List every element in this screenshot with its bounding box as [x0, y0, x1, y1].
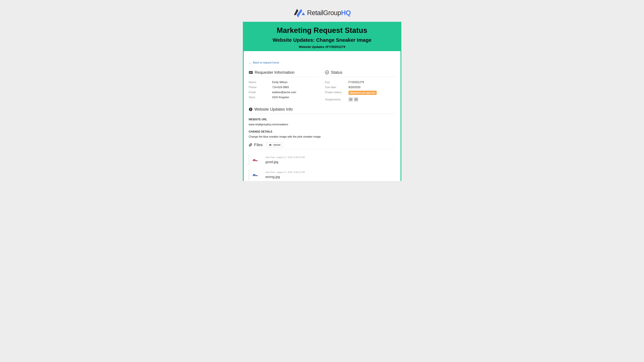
phone-value: 714-619-3993 — [272, 86, 289, 89]
pink-sneaker-thumbnail[interactable] — [252, 157, 258, 163]
file-text-wrong: John Doe - August 17, 2020, 8:26:47 PM w… — [266, 171, 305, 179]
assignments-label: Assignments: — [325, 98, 348, 101]
banner: Marketing Request Status Website Updates… — [243, 22, 401, 51]
key-value: FY20201279 — [348, 81, 364, 84]
files-heading: Files Upload — [249, 142, 396, 149]
file-name-wrong[interactable]: wrong.jpg — [266, 175, 305, 179]
logo-mark-icon — [293, 7, 306, 18]
name-value: Emily Wilson — [272, 81, 288, 84]
top-columns: Requester Information Name: Emily Wilson… — [249, 70, 396, 103]
requester-information-heading: Requester Information — [249, 70, 319, 77]
requester-row-store: Store: GDX Kingston — [249, 96, 319, 99]
phone-label: Phone: — [249, 86, 272, 89]
website-updates-info-title: Website Updates Info — [254, 107, 293, 112]
status-row-key: Key: FY20201279 — [325, 81, 396, 84]
info-fields: WEBSITE URL www.retailgrouphq.com/sneake… — [249, 118, 396, 138]
request-card: Marketing Request Status Website Updates… — [243, 22, 401, 181]
website-url-value: www.retailgrouphq.com/sneakers — [249, 123, 396, 126]
store-label: Store: — [249, 96, 272, 99]
pink-sneaker-image — [252, 158, 258, 162]
status-section: Status Key: FY20201279 Due date: 8/20/20… — [325, 70, 396, 103]
back-arrow-icon: ← — [249, 61, 252, 64]
name-label: Name: — [249, 81, 272, 84]
file-meta-wrong: John Doe - August 17, 2020, 8:26:47 PM — [266, 171, 305, 173]
change-details-label: CHANGE DETAILS — [249, 130, 396, 133]
files-title: Files — [254, 142, 263, 147]
logo: RetailGroupHQ — [161, 0, 483, 22]
check-circle-icon — [325, 70, 329, 74]
project-status-badge: Waiting for pre-approval — [348, 91, 377, 95]
file-name-good[interactable]: good.jpg — [266, 160, 305, 164]
status-title: Status — [331, 70, 342, 75]
website-url-label: WEBSITE URL — [249, 118, 396, 121]
logo-brand-blue: HQ — [341, 9, 351, 16]
requester-row-phone: Phone: 714-619-3993 — [249, 86, 319, 89]
address-card-icon — [249, 70, 253, 75]
logo-brand-dark: RetailGroup — [307, 9, 341, 16]
due-date-label: Due date: — [325, 86, 348, 89]
file-meta-good: John Doe - August 17, 2020, 8:26:47 PM — [266, 156, 305, 159]
status-row-project-status: Project status: Waiting for pre-approval — [325, 91, 396, 95]
requester-rows: Name: Emily Wilson Phone: 714-619-3993 E… — [249, 81, 319, 99]
file-item-good: John Doe - August 17, 2020, 8:26:47 PM g… — [249, 154, 396, 166]
info-circle-icon — [249, 107, 252, 111]
logo-text: RetailGroupHQ — [307, 9, 351, 16]
cloud-upload-icon — [269, 144, 272, 146]
upload-button-label: Upload — [273, 143, 280, 146]
requester-information-title: Requester Information — [255, 70, 294, 75]
page-title: Marketing Request Status — [246, 26, 398, 35]
status-row-due-date: Due date: 8/20/2020 — [325, 86, 396, 89]
project-status-label: Project status: — [325, 91, 348, 94]
website-updates-info-heading: Website Updates Info — [249, 107, 396, 114]
avatar-ss: SS — [354, 97, 358, 102]
change-details-value: Change the blue sneaker image with the p… — [249, 135, 396, 138]
status-rows: Key: FY20201279 Due date: 8/20/2020 Proj… — [325, 81, 396, 102]
email-value: ewilson@acme.com — [272, 91, 296, 94]
email-label: Email: — [249, 91, 272, 94]
store-value: GDX Kingston — [272, 96, 289, 99]
file-list: John Doe - August 17, 2020, 8:26:47 PM g… — [249, 154, 396, 180]
requester-information-section: Requester Information Name: Emily Wilson… — [249, 70, 319, 103]
page: RetailGroupHQ Marketing Request Status W… — [161, 0, 483, 181]
back-link[interactable]: ← Back to request home — [249, 61, 279, 64]
assignee-avatars: JD SS — [348, 97, 358, 102]
requester-row-email: Email: ewilson@acme.com — [249, 91, 319, 94]
files-title-wrap: Files — [249, 142, 263, 147]
back-link-label: Back to request home — [253, 61, 279, 64]
paperclip-icon — [249, 143, 252, 147]
status-row-assignments: Assignments: JD SS — [325, 97, 396, 102]
website-updates-info-section: Website Updates Info WEBSITE URL www.ret… — [249, 107, 396, 138]
blue-sneaker-thumbnail[interactable] — [252, 172, 258, 178]
key-label: Key: — [325, 81, 348, 84]
status-heading: Status — [325, 70, 396, 77]
avatar-jd: JD — [348, 97, 353, 102]
file-text-good: John Doe - August 17, 2020, 8:26:47 PM g… — [266, 156, 305, 164]
file-item-wrong: John Doe - August 17, 2020, 8:26:47 PM w… — [249, 169, 396, 180]
request-title: Website Updates: Change Sneaker Image — [246, 37, 398, 43]
card-body: ← Back to request home Requester I — [244, 51, 400, 181]
due-date-value: 8/20/2020 — [348, 86, 360, 89]
upload-button[interactable]: Upload — [267, 142, 282, 147]
files-section: Files Upload — [249, 142, 396, 180]
request-reference: Website Updates #FY20201279 — [246, 45, 398, 49]
requester-row-name: Name: Emily Wilson — [249, 81, 319, 84]
blue-sneaker-image — [252, 173, 258, 177]
